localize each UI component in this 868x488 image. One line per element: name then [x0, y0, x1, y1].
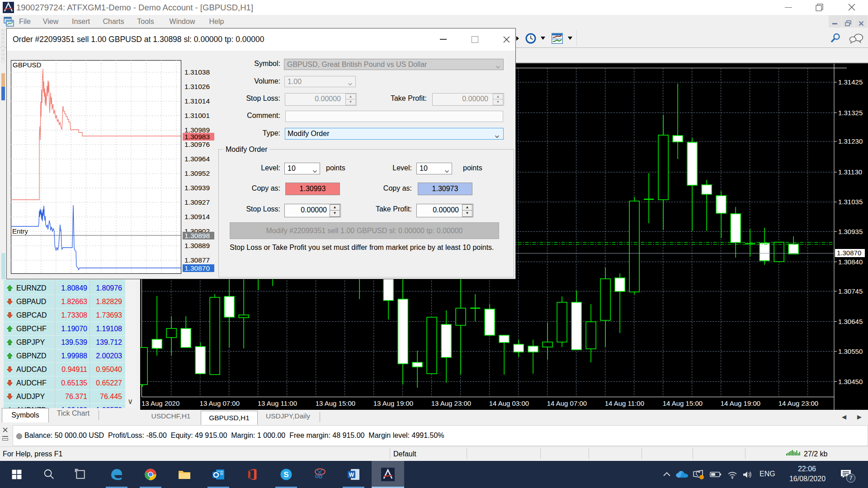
- svg-text:1.30450: 1.30450: [838, 378, 863, 385]
- svg-text:1.30870: 1.30870: [837, 249, 861, 257]
- svg-text:13 Aug 19:00: 13 Aug 19:00: [373, 399, 413, 407]
- svg-text:1.30645: 1.30645: [838, 318, 863, 325]
- svg-text:13 Aug 15:00: 13 Aug 15:00: [316, 399, 355, 407]
- svg-text:13 Aug 23:00: 13 Aug 23:00: [431, 399, 471, 407]
- svg-text:14 Aug 11:00: 14 Aug 11:00: [605, 399, 644, 407]
- svg-text:1.31425: 1.31425: [838, 78, 863, 86]
- svg-text:1.30840: 1.30840: [838, 258, 863, 266]
- svg-text:13 Aug 11:00: 13 Aug 11:00: [258, 399, 297, 407]
- svg-text:1.31325: 1.31325: [838, 109, 863, 117]
- svg-text:W: W: [349, 472, 354, 478]
- svg-text:14 Aug 23:00: 14 Aug 23:00: [778, 399, 818, 407]
- svg-text:13 Aug 2020: 13 Aug 2020: [142, 399, 179, 407]
- svg-text:14 Aug 19:00: 14 Aug 19:00: [721, 399, 760, 407]
- svg-text:13 Aug 07:00: 13 Aug 07:00: [200, 399, 240, 407]
- svg-text:1.30745: 1.30745: [838, 287, 863, 295]
- svg-text:1.31130: 1.31130: [838, 168, 862, 176]
- svg-text:14 Aug 15:00: 14 Aug 15:00: [663, 399, 703, 407]
- svg-text:1.30550: 1.30550: [838, 347, 863, 355]
- svg-text:1.30935: 1.30935: [838, 228, 863, 235]
- svg-text:14 Aug 03:00: 14 Aug 03:00: [489, 399, 529, 407]
- svg-text:14 Aug 07:00: 14 Aug 07:00: [547, 399, 587, 407]
- svg-text:S: S: [283, 470, 288, 479]
- svg-text:1.31230: 1.31230: [838, 137, 863, 145]
- svg-text:1.31035: 1.31035: [838, 198, 863, 206]
